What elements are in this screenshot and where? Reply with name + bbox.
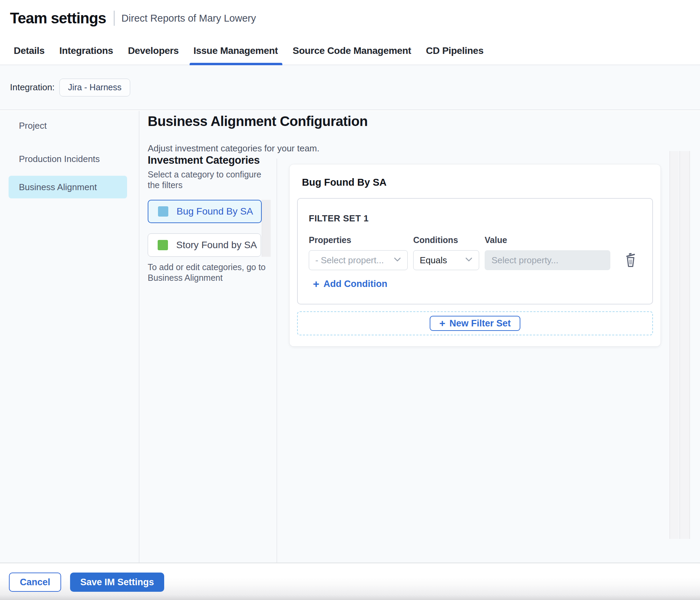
integration-bar: Integration: Jira - Harness [0, 65, 700, 110]
scrollbar-gutter-inner[interactable] [679, 151, 690, 539]
title-row: Team settings Direct Reports of Mary Low… [10, 10, 256, 27]
page-title: Team settings [10, 10, 106, 27]
new-filter-set-dropzone: + New Filter Set [297, 311, 653, 335]
column-label-conditions: Conditions [413, 235, 458, 245]
chevron-down-icon [394, 257, 401, 263]
categories-footnote: To add or edit categories, go to Busines… [148, 262, 275, 283]
category-list-scrollbar[interactable] [262, 200, 271, 257]
property-select[interactable]: - Select propert... [309, 250, 408, 270]
value-input[interactable] [485, 250, 610, 270]
condition-select-value: Equals [420, 255, 462, 266]
tab-developers[interactable]: Developers [128, 45, 179, 65]
category-label: Story Found by SA [176, 240, 257, 251]
delete-condition-button[interactable] [622, 251, 639, 269]
category-config-card: Bug Found By SA FILTER SET 1 Properties … [290, 164, 661, 346]
tab-source-code-management[interactable]: Source Code Management [293, 45, 411, 65]
config-card-heading: Bug Found By SA [302, 177, 386, 188]
title-separator [114, 11, 115, 26]
property-select-placeholder: - Select propert... [315, 255, 391, 266]
filter-set-box: FILTER SET 1 Properties Conditions Value… [297, 198, 653, 304]
plus-icon: + [313, 278, 319, 289]
category-button-bug-found-by-sa[interactable]: Bug Found By SA [148, 200, 262, 223]
page-subtitle: Direct Reports of Mary Lowery [122, 13, 256, 24]
content-area: Project Production Incidents Business Al… [0, 111, 700, 563]
chevron-down-icon [465, 257, 473, 263]
integration-label: Integration: [10, 82, 55, 93]
category-button-story-found-by-sa[interactable]: Story Found by SA [148, 233, 261, 257]
investment-categories-caption: Select a category to configure the filte… [148, 169, 275, 191]
sidebar-item-project[interactable]: Project [9, 114, 127, 137]
tab-details[interactable]: Details [14, 45, 45, 65]
category-swatch-green [158, 240, 168, 250]
sidebar-item-production-incidents[interactable]: Production Incidents [9, 148, 127, 170]
condition-select[interactable]: Equals [413, 250, 479, 270]
filter-set-title: FILTER SET 1 [309, 213, 369, 224]
integration-chip[interactable]: Jira - Harness [59, 79, 130, 96]
add-condition-button[interactable]: + Add Condition [313, 278, 387, 289]
category-label: Bug Found By SA [177, 206, 253, 217]
plus-icon: + [439, 318, 445, 328]
tab-issue-management[interactable]: Issue Management [193, 45, 278, 65]
tab-cd-pipelines[interactable]: CD Pipelines [426, 45, 484, 65]
tab-bar: Details Integrations Developers Issue Ma… [14, 45, 484, 65]
footer-bar: Cancel Save IM Settings [0, 563, 700, 600]
page-header: Team settings Direct Reports of Mary Low… [0, 0, 700, 65]
section-title: Business Alignment Configuration [148, 114, 368, 129]
team-settings-page: Team settings Direct Reports of Mary Low… [0, 0, 700, 600]
category-swatch-blue [158, 206, 168, 217]
integration-inner: Integration: Jira - Harness [10, 65, 130, 109]
new-filter-set-button[interactable]: + New Filter Set [430, 316, 520, 331]
save-im-settings-button[interactable]: Save IM Settings [70, 573, 164, 592]
column-label-value: Value [485, 235, 507, 245]
footer-buttons: Cancel Save IM Settings [9, 573, 164, 592]
tab-integrations[interactable]: Integrations [59, 45, 113, 65]
column-divider [276, 159, 277, 563]
new-filter-set-label: New Filter Set [449, 318, 511, 329]
investment-categories-heading: Investment Categories [148, 154, 260, 166]
column-label-properties: Properties [309, 235, 351, 245]
trash-icon [624, 252, 637, 269]
cancel-button[interactable]: Cancel [9, 573, 61, 592]
add-condition-label: Add Condition [324, 279, 387, 289]
settings-sidebar: Project Production Incidents Business Al… [0, 111, 139, 563]
section-subtitle: Adjust investment categories for your te… [148, 143, 319, 154]
sidebar-item-business-alignment[interactable]: Business Alignment [9, 176, 127, 198]
scrollbar-gutter-outer[interactable] [669, 151, 679, 539]
